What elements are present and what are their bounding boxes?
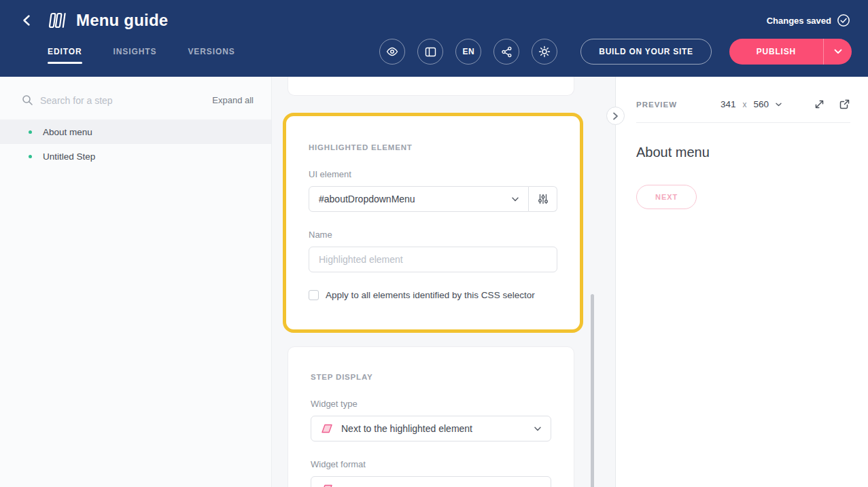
chevron-down-icon — [534, 427, 541, 431]
card-previous-partial — [288, 77, 574, 96]
collapse-preview-button[interactable] — [606, 107, 625, 125]
widget-type-select-row: Next to the highlighted element — [311, 416, 551, 441]
tab-editor[interactable]: EDITOR — [48, 31, 82, 72]
step-display-card: STEP DISPLAY Widget type Next to the hig… — [288, 346, 574, 487]
app-header: Menu guide Changes saved EDITOR INSIGHTS… — [0, 0, 868, 77]
build-on-your-site-button[interactable]: BUILD ON YOUR SITE — [580, 39, 711, 65]
apply-all-checkbox-row: Apply to all elements identified by this… — [309, 290, 557, 300]
widget-type-value: Next to the highlighted element — [341, 423, 534, 434]
page-title: Menu guide — [76, 11, 168, 30]
eye-icon — [386, 46, 398, 58]
ui-element-select-row: #aboutDropdownMenu — [309, 186, 557, 212]
step-label: Untitled Step — [43, 151, 95, 162]
header-icon-buttons: EN — [379, 39, 557, 65]
expand-all-link[interactable]: Expand all — [212, 95, 254, 105]
step-status-dot — [29, 130, 32, 134]
content-row: Expand all About menu Untitled Step HIGH… — [0, 77, 868, 487]
highlighted-element-name-input[interactable] — [309, 247, 557, 272]
app-window: Menu guide Changes saved EDITOR INSIGHTS… — [0, 0, 868, 487]
language-label: EN — [462, 47, 474, 56]
apply-all-checkbox-label: Apply to all elements identified by this… — [326, 290, 535, 300]
ui-element-label: UI element — [309, 169, 557, 179]
status-text: Changes saved — [767, 16, 831, 26]
step-label: About menu — [43, 127, 92, 137]
settings-button[interactable] — [532, 39, 557, 65]
preview-eye-button[interactable] — [379, 39, 405, 65]
step-editor-canvas: HIGHLIGHTED ELEMENT UI element #aboutDro… — [272, 77, 615, 487]
chevron-down-icon — [834, 49, 842, 54]
header-bottom-row: EDITOR INSIGHTS VERSIONS EN — [0, 31, 868, 72]
preview-width-value: 341 — [721, 99, 736, 109]
preview-size-select[interactable]: 341 x 560 — [721, 99, 782, 109]
ui-element-value: #aboutDropdownMenu — [319, 194, 512, 204]
widget-format-select-row — [311, 476, 551, 487]
widget-format-label: Widget format — [311, 459, 551, 469]
header-top-row: Menu guide Changes saved — [0, 0, 868, 31]
external-link-icon — [839, 98, 850, 110]
widget-type-label: Widget type — [311, 399, 551, 409]
name-label: Name — [309, 230, 557, 240]
share-button[interactable] — [493, 39, 519, 65]
steps-sidebar: Expand all About menu Untitled Step — [0, 77, 272, 487]
widget-type-icon — [321, 423, 333, 434]
step-search-row: Expand all — [0, 77, 271, 120]
chevron-down-icon — [776, 103, 782, 107]
expand-arrows-icon — [814, 98, 825, 110]
selector-settings-button[interactable] — [529, 186, 557, 212]
search-icon — [22, 94, 33, 106]
sliders-icon — [538, 194, 549, 204]
check-circle-icon — [837, 14, 850, 27]
editor-scrollbar[interactable] — [591, 294, 594, 487]
back-button[interactable] — [18, 11, 37, 30]
layout-icon — [425, 46, 436, 58]
layout-button[interactable] — [417, 39, 443, 65]
highlighted-element-card: HIGHLIGHTED ELEMENT UI element #aboutDro… — [283, 113, 583, 333]
app-logo-icon — [48, 12, 68, 29]
chevron-down-icon — [512, 197, 519, 202]
widget-format-icon — [321, 484, 333, 487]
chevron-right-icon — [612, 112, 619, 120]
tab-versions[interactable]: VERSIONS — [188, 31, 235, 72]
preview-title: PREVIEW — [636, 101, 677, 109]
widget-format-select[interactable] — [311, 476, 551, 487]
header-tabs: EDITOR INSIGHTS VERSIONS — [48, 31, 235, 72]
apply-all-checkbox[interactable] — [309, 290, 319, 300]
preview-height-value: 560 — [754, 99, 769, 109]
share-icon — [501, 46, 513, 58]
section-title: HIGHLIGHTED ELEMENT — [309, 143, 557, 151]
fullscreen-preview-button[interactable] — [814, 98, 825, 110]
back-chevron-icon — [20, 14, 34, 27]
preview-step-heading: About menu — [636, 145, 848, 160]
publish-button[interactable]: PUBLISH — [729, 39, 823, 65]
steps-list: About menu Untitled Step — [0, 120, 271, 168]
preview-header: PREVIEW 341 x 560 — [636, 98, 850, 123]
step-search-input[interactable] — [40, 95, 205, 106]
tab-insights[interactable]: INSIGHTS — [114, 31, 157, 72]
preview-panel: PREVIEW 341 x 560 — [615, 77, 868, 487]
preview-actions — [814, 98, 850, 110]
publish-button-group: PUBLISH — [729, 39, 852, 65]
step-status-dot — [29, 155, 32, 158]
preview-body: About menu NEXT — [616, 123, 868, 231]
language-button[interactable]: EN — [455, 39, 481, 65]
list-item-step-about-menu[interactable]: About menu — [0, 120, 271, 144]
open-in-new-window-button[interactable] — [839, 98, 850, 110]
size-separator: x — [743, 100, 747, 109]
section-title: STEP DISPLAY — [311, 373, 551, 381]
next-button[interactable]: NEXT — [636, 185, 697, 209]
list-item-step-untitled[interactable]: Untitled Step — [0, 144, 271, 168]
status-badge: Changes saved — [767, 14, 850, 27]
publish-dropdown-button[interactable] — [823, 39, 852, 65]
ui-element-select[interactable]: #aboutDropdownMenu — [309, 186, 529, 212]
gear-icon — [538, 46, 551, 58]
widget-type-select[interactable]: Next to the highlighted element — [311, 416, 551, 441]
